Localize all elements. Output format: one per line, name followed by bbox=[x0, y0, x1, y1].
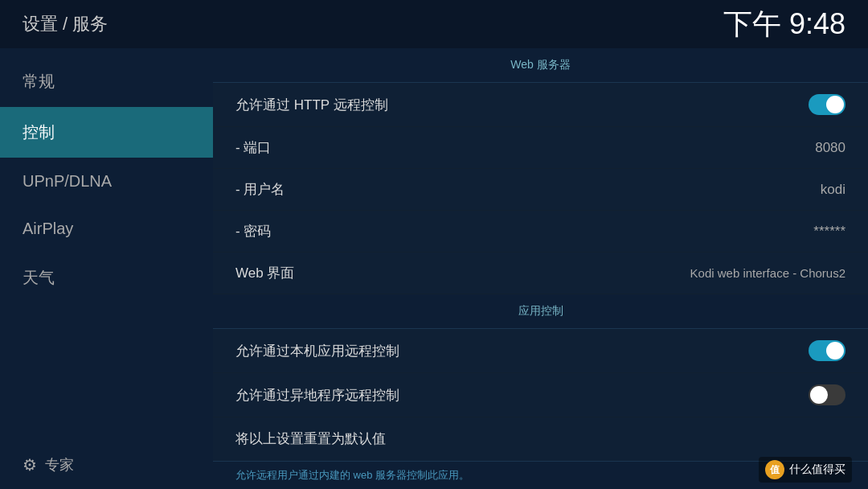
label-password: - 密码 bbox=[235, 222, 271, 240]
sidebar-item-airplay[interactable]: AirPlay bbox=[0, 205, 213, 253]
row-password: - 密码 ****** bbox=[213, 211, 868, 253]
toggle-knob-local bbox=[826, 342, 844, 360]
label-http-control: 允许通过 HTTP 远程控制 bbox=[235, 96, 388, 114]
watermark: 值 什么值得买 bbox=[759, 457, 852, 483]
value-password[interactable]: ****** bbox=[813, 224, 845, 240]
row-username: - 用户名 kodi bbox=[213, 169, 868, 211]
label-local-app-control: 允许通过本机应用远程控制 bbox=[235, 342, 399, 360]
main-container: 常规 控制 UPnP/DLNA AirPlay 天气 Web 服务器 允许通过 … bbox=[0, 48, 868, 489]
section-header-app-control: 应用控制 bbox=[213, 294, 868, 329]
toggle-knob-remote bbox=[810, 386, 828, 404]
watermark-icon: 值 bbox=[765, 460, 784, 479]
row-http-control: 允许通过 HTTP 远程控制 bbox=[213, 83, 868, 127]
sidebar-item-general[interactable]: 常规 bbox=[0, 56, 213, 107]
sidebar: 常规 控制 UPnP/DLNA AirPlay 天气 bbox=[0, 48, 213, 489]
header: 设置 / 服务 下午 9:48 bbox=[0, 0, 868, 48]
row-web-interface: Web 界面 Kodi web interface - Chorus2 bbox=[213, 253, 868, 294]
content-area: Web 服务器 允许通过 HTTP 远程控制 - 端口 8080 - 用户名 k… bbox=[213, 48, 868, 489]
row-local-app-control: 允许通过本机应用远程控制 bbox=[213, 329, 868, 373]
row-reset-defaults[interactable]: 将以上设置重置为默认值 bbox=[213, 417, 868, 459]
section-header-web-server: Web 服务器 bbox=[213, 48, 868, 83]
row-remote-app-control: 允许通过异地程序远程控制 bbox=[213, 373, 868, 417]
watermark-label: 什么值得买 bbox=[789, 462, 845, 477]
sidebar-item-control[interactable]: 控制 bbox=[0, 107, 213, 158]
toggle-http-control[interactable] bbox=[809, 94, 845, 115]
toggle-knob-http bbox=[826, 96, 844, 113]
page-title: 设置 / 服务 bbox=[23, 12, 108, 36]
value-port[interactable]: 8080 bbox=[815, 140, 845, 156]
label-reset-defaults: 将以上设置重置为默认值 bbox=[235, 429, 386, 448]
sidebar-item-weather[interactable]: 天气 bbox=[0, 253, 213, 303]
clock: 下午 9:48 bbox=[723, 5, 845, 44]
sidebar-footer[interactable]: ⚙ 专家 bbox=[0, 441, 213, 489]
row-port: - 端口 8080 bbox=[213, 127, 868, 169]
toggle-remote-app-control[interactable] bbox=[809, 384, 845, 405]
value-web-interface[interactable]: Kodi web interface - Chorus2 bbox=[690, 266, 845, 280]
label-web-interface: Web 界面 bbox=[235, 264, 294, 282]
expert-label: 专家 bbox=[45, 455, 74, 475]
label-port: - 端口 bbox=[235, 138, 271, 157]
value-username[interactable]: kodi bbox=[821, 182, 845, 198]
gear-icon: ⚙ bbox=[23, 455, 37, 475]
sidebar-item-upnp[interactable]: UPnP/DLNA bbox=[0, 158, 213, 205]
toggle-local-app-control[interactable] bbox=[809, 340, 845, 361]
label-remote-app-control: 允许通过异地程序远程控制 bbox=[235, 386, 399, 405]
label-username: - 用户名 bbox=[235, 180, 285, 199]
